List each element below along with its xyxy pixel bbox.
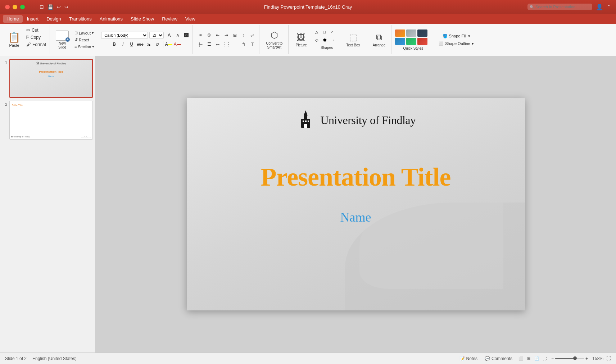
zoom-minus[interactable]: − [551,356,554,361]
bold-button[interactable]: B [110,40,118,48]
shapes-button[interactable]: △ □ ○ ◇ ⬟ → Shapes [312,28,341,51]
slide-number-2: 2 [2,101,7,106]
quick-style-4[interactable] [395,38,405,45]
arrange-button[interactable]: ⧉ Arrange [370,31,389,49]
numbering-button[interactable]: ① [205,31,213,39]
thumb1-name: Name [10,75,92,77]
reset-button[interactable]: ↺ Reset [73,37,96,43]
shape-outline-button[interactable]: ⬜ Shape Outline ▾ [437,41,475,47]
thumb1-logo: 🏛 University of Findlay [10,60,92,65]
menu-item-view[interactable]: View [182,15,199,23]
increase-indent-button[interactable]: ⇥ [222,31,230,39]
menu-item-home[interactable]: Home [3,15,23,23]
strikethrough-button[interactable]: abc [136,40,144,48]
font-size-select[interactable]: 28 [149,32,164,39]
superscript-button[interactable]: x² [154,40,162,48]
university-name: University of Findlay [320,114,416,127]
menu-item-animations[interactable]: Animations [96,15,126,23]
paste-icon: 📋 [8,32,21,42]
zoom-handle [573,356,577,360]
align-right-button[interactable]: ⬰ [214,40,222,48]
subscript-button[interactable]: x₂ [145,40,153,48]
redo-icon[interactable]: ↪ [64,4,68,10]
undo-icon[interactable]: ↩ [57,4,61,10]
menu-item-insert[interactable]: Insert [23,15,42,23]
reading-view-button[interactable]: 📄 [533,355,540,362]
slide-canvas[interactable]: University of Findlay Presentation Title… [187,98,525,310]
picture-button[interactable]: 🖼 Picture [292,31,310,49]
account-icon[interactable]: 👤 [596,4,603,10]
comments-button[interactable]: 💬 Comments [483,355,515,362]
slide-thumb-wrapper-2: 2 Slide Title 🏛 University of Findlay ww… [2,101,93,140]
menu-item-slideshow[interactable]: Slide Show [127,15,158,23]
menu-item-design[interactable]: Design [43,15,64,23]
format-button[interactable]: 🖌 Format [25,41,47,48]
text-direction-button[interactable]: ↰ [240,40,248,48]
align-center-button[interactable]: ☰ [205,40,213,48]
zoom-slider[interactable]: − + [551,356,588,361]
shape-outline-dropdown-icon: ▾ [472,41,474,46]
section-button[interactable]: ≡ Section ▾ [73,44,96,50]
maximize-button[interactable] [20,5,25,9]
presenter-name[interactable]: Name [187,210,525,225]
titlebar-right: 🔍 👤 ⌃ [527,4,611,10]
rtl-button[interactable]: ⇌ [248,31,256,39]
notes-button[interactable]: 📝 Notes [457,355,480,362]
convert-smartart-button[interactable]: ⬡ Convert toSmartArt [263,29,285,51]
titlebar-icons: ⊟ 💾 ↩ ↪ [40,4,68,10]
collapse-icon[interactable]: ⌃ [607,4,611,10]
justify-button[interactable]: ⋮⋮ [222,40,230,48]
quick-style-6[interactable] [417,38,427,45]
quick-style-2[interactable] [406,29,416,37]
section-icon: ≡ [74,45,77,49]
italic-button[interactable]: I [119,40,127,48]
font-color-button[interactable]: A [173,40,181,48]
new-slide-button[interactable]: New Slide [53,27,72,53]
quick-style-5[interactable] [406,38,416,45]
smartart-group: ⬡ Convert toSmartArt [260,25,289,54]
slide-sorter-button[interactable]: ⊞ [525,355,533,362]
normal-view-button[interactable]: ⬜ [517,355,525,362]
save-icon[interactable]: 💾 [47,4,53,10]
quick-style-3[interactable] [417,29,427,37]
layout-button[interactable]: ⊞ Layout ▾ [73,30,96,36]
menu-item-review[interactable]: Review [158,15,181,23]
zoom-plus[interactable]: + [585,356,588,361]
cut-button[interactable]: ✂ Cut [25,27,47,33]
minimize-button[interactable] [13,5,17,9]
sidebar-icon[interactable]: ⊟ [40,4,44,10]
paste-button[interactable]: 📋 Paste [5,27,23,53]
columns-button[interactable]: ⊞ [231,31,239,39]
presentation-title[interactable]: Presentation Title [187,163,525,191]
slide-thumbnail-2[interactable]: Slide Title 🏛 University of Findlay www.… [9,101,93,140]
comments-icon: 💬 [485,356,490,361]
align-text-button[interactable]: ⊤ [248,40,256,48]
search-input[interactable] [527,4,592,10]
shape-fill-dropdown-icon: ▾ [468,34,470,38]
clear-format-button[interactable]: 🅰 [182,31,190,39]
menu-item-transitions[interactable]: Transitions [65,15,95,23]
smart-art-align-button[interactable]: ⋯ [231,40,239,48]
font-family-select[interactable]: Calibri (Body) [101,32,148,39]
highlight-color-button[interactable]: A [165,40,173,48]
line-spacing-button[interactable]: ↕ [240,31,248,39]
quick-style-1[interactable] [395,29,405,37]
shape-fill-button[interactable]: 🪣 Shape Fill ▾ [441,33,472,39]
bullets-button[interactable]: ≡ [196,31,204,39]
textbox-label: Text Box [346,43,360,47]
increase-font-size-button[interactable]: A [165,31,173,39]
copy-button[interactable]: ⎘ Copy [25,34,47,41]
svg-rect-3 [302,120,304,122]
decrease-indent-button[interactable]: ⇤ [214,31,222,39]
underline-button[interactable]: U [128,40,136,48]
align-left-button[interactable]: ⬱ [196,40,204,48]
slide-thumbnail-1[interactable]: 🏛 University of Findlay Presentation Tit… [9,59,93,98]
decrease-font-size-button[interactable]: A [174,31,182,39]
notes-icon: 📝 [459,356,465,361]
close-button[interactable] [5,5,10,9]
paragraph-row2: ⬱ ☰ ⬰ ⋮⋮ ⋯ ↰ ⊤ [196,40,256,48]
textbox-button[interactable]: ⬚ Text Box [343,31,363,49]
fit-slide-icon[interactable]: ⛶ [606,356,611,361]
zoom-level[interactable]: 158% [591,356,603,361]
presenter-view-button[interactable]: ⛶ [541,355,548,362]
